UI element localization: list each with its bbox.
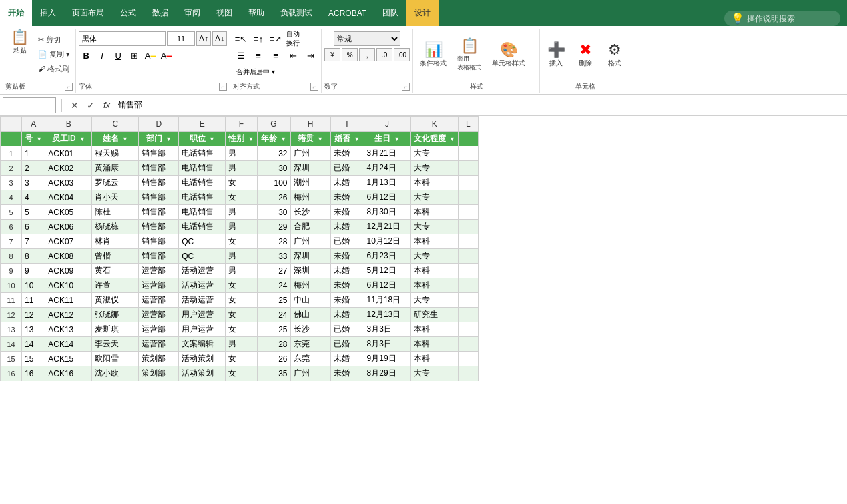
border-button[interactable]: ⊞ [127,48,142,63]
cell-married[interactable]: 未婚 [330,176,364,190]
cell-pos[interactable]: 活动策划 [179,352,226,366]
cell-name[interactable]: 罗晓云 [92,176,139,190]
cell-id[interactable]: ACK15 [45,352,92,366]
cell-dept[interactable]: 策划部 [139,352,179,366]
cell-dept[interactable]: 销售部 [139,234,179,249]
align-right-button[interactable]: ≡ [268,48,284,63]
cell-num[interactable]: 9 [22,264,45,278]
cut-button[interactable]: ✂ 剪切 [35,33,73,46]
table-row[interactable]: 4 4 ACK04 肖小天 销售部 电话销售 女 26 梅州 未婚 6月12日 … [1,190,479,205]
cell-gender[interactable]: 男 [226,264,257,278]
cell-birth[interactable]: 9月19日 [364,352,410,366]
col-header-g[interactable]: G [257,117,290,132]
tab-team[interactable]: 团队 [374,0,406,26]
cell-dept[interactable]: 销售部 [139,205,179,220]
cell-id[interactable]: ACK01 [45,146,92,161]
cell-pos[interactable]: 电话销售 [179,161,226,176]
cancel-formula-button[interactable]: ✕ [67,98,82,113]
filter-col-a[interactable]: 号 ▼ [22,132,45,146]
cell-married[interactable]: 已婚 [330,337,364,352]
table-row[interactable]: 14 14 ACK14 李云天 运营部 文案编辑 男 28 东莞 已婚 8月3日… [1,337,479,352]
cell-age[interactable]: 32 [257,146,290,161]
cell-edu[interactable]: 本科 [410,264,458,278]
cell-edu[interactable]: 大专 [410,249,458,264]
cell-married[interactable]: 未婚 [330,190,364,205]
cell-married[interactable]: 未婚 [330,366,364,381]
cell-dept[interactable]: 运营部 [139,264,179,278]
cell-num[interactable]: 12 [22,308,45,322]
cell-birth[interactable]: 5月12日 [364,264,410,278]
currency-button[interactable]: ¥ [324,48,340,61]
cell-gender[interactable]: 男 [226,249,257,264]
cell-origin[interactable]: 梅州 [290,278,330,293]
cell-num[interactable]: 4 [22,190,45,205]
cell-num[interactable]: 3 [22,176,45,190]
search-box[interactable]: 💡 [724,11,840,26]
bold-button[interactable]: B [79,48,93,63]
cell-age[interactable]: 25 [257,322,290,337]
cell-edu[interactable]: 本科 [410,205,458,220]
cell-num[interactable]: 5 [22,205,45,220]
filter-col-e[interactable]: 职位 ▼ [179,132,226,146]
cell-gender[interactable]: 女 [226,278,257,293]
cell-age[interactable]: 26 [257,352,290,366]
cell-id[interactable]: ACK14 [45,337,92,352]
cell-birth[interactable]: 8月29日 [364,366,410,381]
number-expand[interactable]: ⌐ [402,83,410,91]
cell-origin[interactable]: 深圳 [290,264,330,278]
italic-button[interactable]: I [95,48,109,63]
cell-id[interactable]: ACK11 [45,293,92,308]
cell-dept[interactable]: 销售部 [139,190,179,205]
filter-c-icon[interactable]: ▼ [122,136,128,142]
cell-dept[interactable]: 运营部 [139,322,179,337]
cell-num[interactable]: 8 [22,249,45,264]
table-row[interactable]: 16 16 ACK16 沈小欧 策划部 活动策划 女 35 广州 未婚 8月29… [1,366,479,381]
cell-age[interactable]: 24 [257,278,290,293]
cell-id[interactable]: ACK09 [45,264,92,278]
cell-name[interactable]: 黄石 [92,264,139,278]
copy-button[interactable]: 📄 复制 ▾ [35,48,73,61]
cell-origin[interactable]: 广州 [290,146,330,161]
cell-origin[interactable]: 佛山 [290,308,330,322]
cell-birth[interactable]: 4月24日 [364,161,410,176]
align-top-right-button[interactable]: ≡↗ [268,31,284,46]
tab-home[interactable]: 开始 [0,0,32,26]
cell-age[interactable]: 28 [257,337,290,352]
percent-button[interactable]: % [342,48,358,61]
confirm-formula-button[interactable]: ✓ [83,98,98,113]
filter-j-icon[interactable]: ▼ [394,136,400,142]
cell-married[interactable]: 已婚 [330,234,364,249]
name-box[interactable] [3,97,56,113]
cell-id[interactable]: ACK06 [45,220,92,234]
cell-name[interactable]: 程天赐 [92,146,139,161]
cell-age[interactable]: 29 [257,220,290,234]
filter-i-icon[interactable]: ▼ [354,136,360,142]
format-button[interactable]: ⚙ 格式 [601,41,628,69]
col-header-h[interactable]: H [290,117,330,132]
cell-married[interactable]: 未婚 [330,352,364,366]
cell-id[interactable]: ACK12 [45,308,92,322]
number-format-select[interactable]: 常规 [334,31,400,46]
underline-button[interactable]: U [111,48,125,63]
cell-birth[interactable]: 3月3日 [364,322,410,337]
cell-origin[interactable]: 合肥 [290,220,330,234]
cell-edu[interactable]: 本科 [410,337,458,352]
cell-gender[interactable]: 男 [226,146,257,161]
cell-age[interactable]: 100 [257,176,290,190]
cell-married[interactable]: 未婚 [330,249,364,264]
col-header-e[interactable]: E [179,117,226,132]
cell-edu[interactable]: 大专 [410,366,458,381]
cell-gender[interactable]: 女 [226,293,257,308]
cell-edu[interactable]: 大专 [410,293,458,308]
cell-pos[interactable]: 活动策划 [179,366,226,381]
cell-num[interactable]: 2 [22,161,45,176]
cell-name[interactable]: 张晓娜 [92,308,139,322]
table-row[interactable]: 6 6 ACK06 杨晓栋 销售部 电话销售 男 29 合肥 未婚 12月21日… [1,220,479,234]
cell-pos[interactable]: 电话销售 [179,146,226,161]
cell-birth[interactable]: 8月3日 [364,337,410,352]
cell-gender[interactable]: 男 [226,205,257,220]
cell-origin[interactable]: 广州 [290,234,330,249]
col-header-d[interactable]: D [139,117,179,132]
filter-col-i[interactable]: 婚否 ▼ [330,132,364,146]
cell-name[interactable]: 欧阳雪 [92,352,139,366]
